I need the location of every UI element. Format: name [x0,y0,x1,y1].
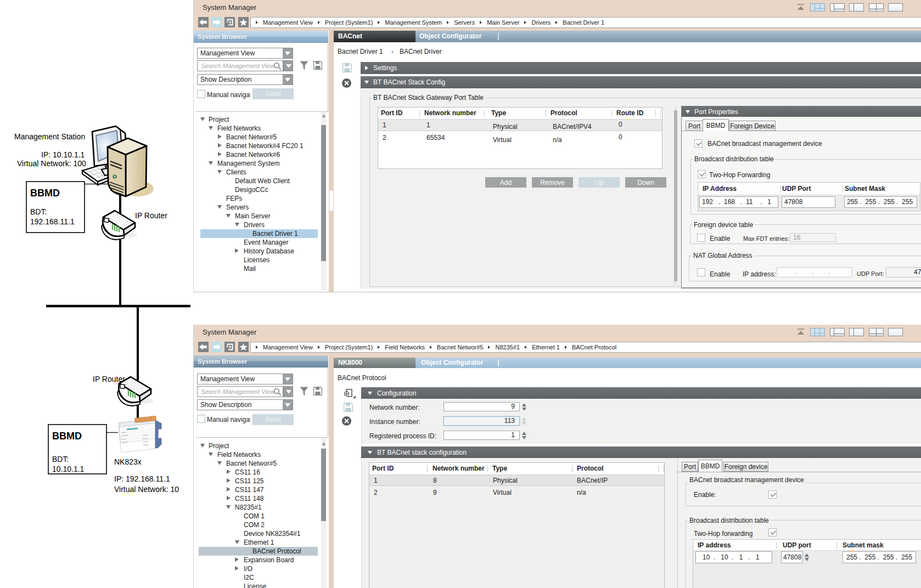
svg-text:NK823x: NK823x [114,457,142,466]
svg-text:BDT:: BDT: [30,207,47,216]
svg-text:IP Router: IP Router [135,211,167,220]
svg-text:Management Station: Management Station [14,132,85,141]
svg-text:Virtual Network: 10: Virtual Network: 10 [114,485,179,494]
svg-text:BBMD: BBMD [30,188,60,199]
svg-text:IP: 10.10.1.1: IP: 10.10.1.1 [41,150,85,159]
svg-text:Virtual Network: 100: Virtual Network: 100 [17,159,86,168]
svg-text:BDT:: BDT: [52,455,69,463]
svg-text:10.10.1.1: 10.10.1.1 [52,465,85,473]
svg-text:192.168.11.1: 192.168.11.1 [30,217,75,226]
svg-text:BBMD: BBMD [52,431,82,442]
svg-text:IP: 192.168.11.1: IP: 192.168.11.1 [114,474,170,483]
svg-text:IP Router: IP Router [93,375,125,383]
